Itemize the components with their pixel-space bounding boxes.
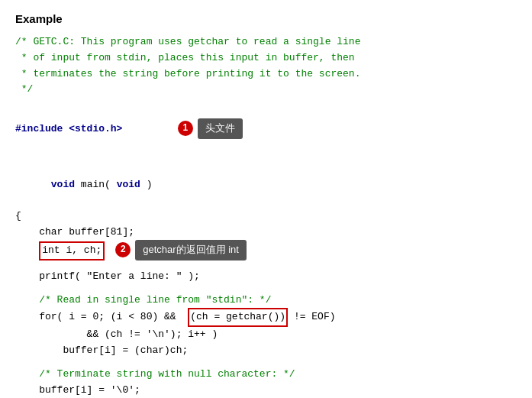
annotation1-tooltip: 头文件 (198, 118, 243, 139)
int-line-prefix (15, 243, 39, 259)
example-section: Example /* GETC.C: This program uses get… (15, 12, 517, 398)
for-line-row: for( i = 0; (i < 80) && (ch = getchar())… (15, 308, 517, 327)
example-title: Example (15, 12, 517, 25)
for-prefix: for( i = 0; (i < 80) && (15, 309, 188, 325)
include-text: #include <stdio.h> (15, 121, 122, 138)
annotation2-tooltip: getchar的返回值用 int (135, 240, 247, 260)
blank-space-3 (15, 261, 517, 269)
printf-line: printf( "Enter a line: " ); (15, 269, 517, 285)
comment-line-1: /* GETC.C: This program uses getchar to … (15, 34, 517, 50)
comment-line-4: */ (15, 82, 517, 98)
buffer-null-line: buffer[i] = '\0'; (15, 383, 517, 398)
blank-space-2 (15, 154, 517, 161)
comment-line-3: * terminates the string before printing … (15, 66, 517, 83)
comment-line-2: * of input from stdin, places this input… (15, 50, 517, 66)
void-main-line: void main( void ) (15, 161, 517, 209)
comment3-line: /* Terminate string with null character:… (15, 367, 517, 383)
int-line-row: int i, ch; 2 getchar的返回值用 int (15, 241, 517, 261)
open-brace-line: { (15, 209, 517, 225)
comment2-line: /* Read in single line from "stdin": */ (15, 293, 517, 309)
char-line: char buffer[81]; (15, 225, 517, 241)
for-suffix: != EOF) (288, 309, 335, 325)
include-row: #include <stdio.h> 1 头文件 (15, 105, 517, 154)
for-body-line: buffer[i] = (char)ch; (15, 343, 517, 359)
blank-space-5 (15, 359, 517, 367)
blank-space-4 (15, 285, 517, 293)
for-line-2: && (ch != '\n'); i++ ) (15, 327, 517, 343)
code-block: /* GETC.C: This program uses getchar to … (15, 34, 517, 398)
annotation1-badge: 1 (130, 105, 192, 154)
for-highlight: (ch = getchar()) (188, 308, 288, 327)
annotation2-badge: 2 (115, 243, 131, 259)
int-line-highlight: int i, ch; (39, 241, 105, 260)
blank-space-1 (15, 98, 517, 105)
